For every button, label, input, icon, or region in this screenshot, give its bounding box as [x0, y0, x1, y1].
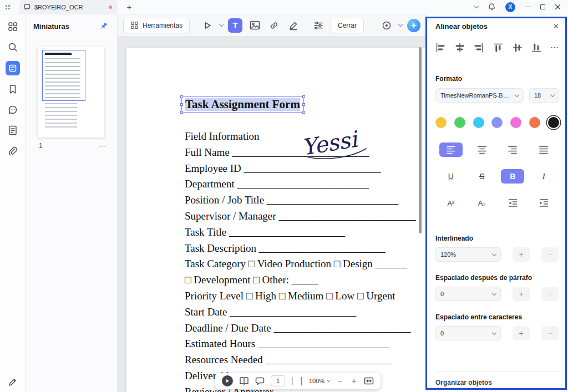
text-align-center-button[interactable]	[470, 142, 494, 157]
color-swatch-black-selected[interactable]	[548, 117, 559, 128]
organize-objects-label[interactable]: Organizar objetos	[435, 371, 559, 386]
line-spacing-decrease-button[interactable]: −	[541, 247, 559, 262]
character-spacing-value: 0	[440, 330, 444, 337]
edit-pen-icon[interactable]	[8, 377, 18, 387]
selection-handle[interactable]	[302, 95, 305, 98]
user-avatar[interactable]: X	[505, 2, 515, 12]
zoom-select[interactable]: 100%	[309, 378, 330, 384]
selection-handle[interactable]	[180, 103, 183, 106]
doc-line: Estimated Hours ________________________…	[185, 336, 415, 352]
titlebar-chevron-icon[interactable]	[474, 4, 479, 8]
align-left-icon[interactable]	[435, 43, 445, 53]
image-tool-button[interactable]	[247, 18, 262, 33]
paragraph-spacing-chevron-icon	[492, 291, 496, 295]
selection-handle[interactable]	[302, 111, 305, 114]
sign-tool-button[interactable]	[286, 18, 301, 33]
paragraph-spacing-decrease-button[interactable]: −	[541, 287, 559, 301]
search-icon[interactable]	[8, 42, 18, 52]
snapshot-tool-button[interactable]	[379, 18, 394, 33]
doc-line: Task Category □ Video Production □ Desig…	[185, 256, 415, 272]
align-top-icon[interactable]	[493, 43, 503, 53]
character-spacing-select[interactable]: 0	[435, 326, 501, 340]
next-page-button[interactable]	[300, 376, 303, 386]
previous-page-button[interactable]	[291, 376, 294, 386]
paragraph-spacing-select[interactable]: 0	[435, 287, 501, 301]
vertical-scrollbar[interactable]	[419, 47, 422, 233]
adjust-tool-button[interactable]	[311, 18, 326, 33]
fit-width-icon[interactable]	[364, 377, 374, 385]
panel-close-button[interactable]: ✕	[553, 22, 559, 30]
handwritten-signature[interactable]: Yessi	[296, 124, 379, 163]
snapshot-chevron-icon[interactable]	[398, 22, 403, 27]
text-align-justify-button[interactable]	[532, 142, 555, 157]
comment-bubble-icon[interactable]	[255, 376, 265, 385]
comments-icon[interactable]	[8, 105, 18, 115]
select-tool-chevron-icon[interactable]	[219, 22, 224, 27]
doc-line: Position / Job Title ___________________…	[185, 192, 415, 208]
align-right-icon[interactable]	[474, 43, 484, 53]
bold-button[interactable]: B	[501, 169, 524, 184]
notification-bell-icon[interactable]	[488, 3, 496, 11]
sidebar-item-thumbnails[interactable]	[6, 61, 20, 75]
app-menu-icon[interactable]	[6, 5, 11, 9]
minimize-button[interactable]	[525, 4, 531, 11]
align-bottom-icon[interactable]	[531, 43, 541, 53]
color-swatch-pink[interactable]	[510, 117, 521, 128]
tab-title: $ROYEIRO_OCR	[34, 4, 83, 11]
align-more-button[interactable]: ···	[551, 44, 559, 52]
align-center-horizontal-icon[interactable]	[455, 43, 465, 53]
pdf-page[interactable]: Task Assignment Form Field Information F…	[126, 48, 426, 392]
annotations-icon[interactable]	[8, 125, 17, 135]
line-spacing-select[interactable]: 120%	[435, 247, 501, 262]
bookmark-icon[interactable]	[8, 84, 17, 94]
page-thumbnail[interactable]	[38, 47, 104, 138]
link-tool-button[interactable]	[267, 18, 281, 33]
color-swatch-orange[interactable]	[529, 117, 540, 128]
superscript-button[interactable]: A²	[439, 196, 463, 210]
ai-assistant-button[interactable]	[407, 19, 420, 32]
selection-handle[interactable]	[302, 103, 305, 106]
underline-button[interactable]: U	[439, 169, 463, 184]
increase-indent-button[interactable]	[532, 196, 555, 210]
font-size-select[interactable]: 18	[529, 88, 559, 103]
decrease-indent-button[interactable]	[501, 196, 524, 210]
document-tab[interactable]: $ROYEIRO_OCR	[19, 0, 118, 14]
apps-grid-icon[interactable]	[8, 22, 18, 32]
page-number-input[interactable]: 1	[271, 375, 285, 386]
thumbnails-title: Miniaturas	[33, 22, 69, 30]
read-mode-icon[interactable]	[239, 376, 249, 385]
italic-button[interactable]: I	[532, 169, 555, 184]
color-swatch-yellow[interactable]	[435, 117, 447, 128]
pin-icon[interactable]	[99, 22, 108, 30]
pages-icon	[9, 64, 17, 72]
maximize-button[interactable]	[540, 4, 545, 9]
presentation-button[interactable]	[222, 375, 233, 386]
color-swatch-cyan[interactable]	[473, 117, 484, 128]
text-align-right-button[interactable]	[501, 142, 524, 157]
select-tool-button[interactable]	[200, 18, 215, 33]
selection-handle[interactable]	[180, 95, 183, 98]
line-spacing-row: 120% + −	[435, 247, 559, 262]
text-align-left-button[interactable]	[439, 142, 463, 157]
new-tab-button[interactable]: +	[124, 2, 134, 12]
thumbnails-more-button[interactable]: ···	[99, 142, 106, 150]
font-family-select[interactable]: TimesNewRomanPS-Bol...	[435, 88, 524, 103]
close-button[interactable]	[555, 4, 561, 10]
selection-handle[interactable]	[180, 111, 183, 114]
color-swatch-periwinkle[interactable]	[491, 117, 503, 128]
align-middle-vertical-icon[interactable]	[513, 43, 523, 53]
strikethrough-button[interactable]: S	[470, 169, 494, 184]
herramientas-button[interactable]: Herramientas	[123, 18, 190, 33]
line-spacing-increase-button[interactable]: +	[513, 247, 530, 262]
subscript-button[interactable]: A₂	[470, 196, 494, 210]
color-swatch-green[interactable]	[454, 117, 465, 128]
character-spacing-increase-button[interactable]: +	[513, 326, 530, 340]
cerrar-button[interactable]: Cerrar	[331, 18, 364, 33]
paragraph-spacing-increase-button[interactable]: +	[513, 287, 530, 301]
selected-text-block[interactable]: Task Assignment Form	[181, 96, 304, 113]
character-spacing-decrease-button[interactable]: −	[541, 326, 559, 340]
attachments-icon[interactable]	[8, 146, 18, 156]
zoom-in-button[interactable]: +	[350, 376, 358, 385]
text-tool-button[interactable]: T	[228, 18, 242, 33]
zoom-out-button[interactable]: −	[336, 376, 344, 385]
